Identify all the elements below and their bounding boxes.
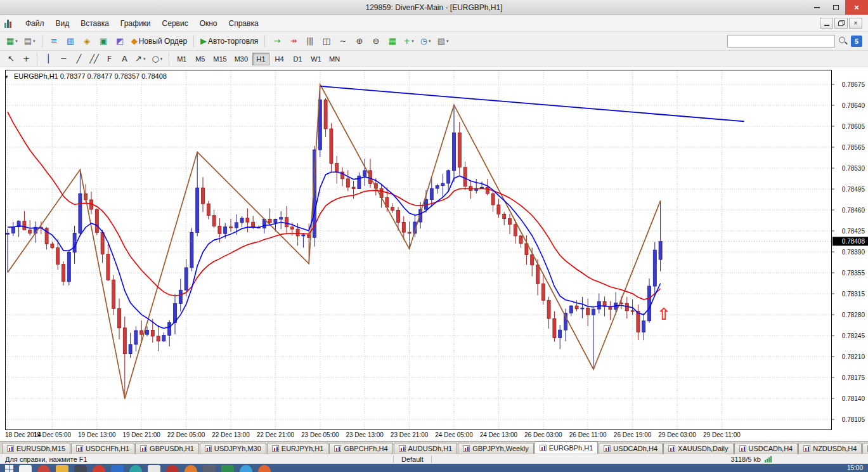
title-bar[interactable]: 129859: DivenFX-Main - [EURGBPh,H1] × (0, 0, 868, 15)
chart-tab-audnzdh-weekly[interactable]: AUDNZDh,Weekly (862, 443, 868, 454)
taskbar-app-icon[interactable] (111, 465, 124, 472)
periods-button[interactable]: ◷▾ (418, 34, 434, 49)
chart-tab-usdjpyh-m30[interactable]: USDJPYh,M30 (200, 443, 266, 454)
candlestick-mode-button[interactable]: ◫ (318, 34, 334, 49)
mdi-restore-button[interactable] (834, 18, 848, 29)
buy-arrow-annotation[interactable]: ⇧ (657, 305, 671, 324)
taskbar-app-icon[interactable] (203, 465, 216, 472)
menu-item-charts[interactable]: Графики (115, 16, 157, 30)
zoom-in-button[interactable]: ⊕ (351, 34, 366, 49)
taskbar-app-icon[interactable] (93, 465, 105, 472)
taskbar-app-icon[interactable] (258, 465, 271, 472)
status-profile[interactable]: Default (394, 456, 431, 463)
fibonacci-tool-button[interactable]: F (102, 52, 116, 66)
chart-tab-audusdh-h1[interactable]: AUDUSDh,H1 (394, 443, 458, 454)
auto-scroll-button[interactable]: → (269, 34, 284, 49)
chart-tab-gbpjpyh-weekly[interactable]: GBPJPYh,Weekly (458, 443, 533, 454)
menu-item-window[interactable]: Окно (194, 16, 223, 30)
taskbar-app-icon[interactable] (185, 465, 197, 472)
timeframe-button-m5[interactable]: M5 (191, 53, 209, 65)
chart-tab-eurgbph-h1[interactable]: EURGBPh,H1 (534, 442, 599, 454)
profiles-button[interactable]: ▤▾ (22, 34, 38, 49)
timeframe-button-w1[interactable]: W1 (308, 53, 325, 65)
crosshair-tool-button[interactable]: + (19, 52, 33, 66)
menu-item-file[interactable]: Файл (20, 16, 50, 30)
mdi-close-button[interactable]: × (849, 18, 862, 29)
autotrading-button[interactable]: ▶Авто-торговля (198, 34, 261, 49)
shapes-tool-button[interactable]: ○▾ (149, 52, 165, 66)
menu-item-help[interactable]: Справка (223, 16, 264, 30)
one-click-trading-toggle[interactable]: ▾ (5, 74, 8, 80)
arrows-tool-button[interactable]: ↗▾ (133, 52, 148, 66)
zoom-out-button[interactable]: ⊖ (368, 34, 383, 49)
timeframe-button-mn[interactable]: MN (326, 53, 343, 65)
new-chart-icon: ▦ (6, 37, 13, 45)
channel-tool-icon: ╱╱ (89, 55, 98, 63)
candle-body (268, 219, 271, 223)
line-chart-mode-button[interactable]: ~ (335, 34, 350, 49)
taskbar-app-icon[interactable] (240, 465, 252, 472)
chart-tab-xauusdh-daily[interactable]: XAUUSDh,Daily (663, 443, 733, 454)
candle-body (290, 227, 294, 229)
chart-tab-gbpchfh-h4[interactable]: GBPCHFh,H4 (329, 443, 392, 454)
maximize-button[interactable] (826, 0, 845, 15)
search-input[interactable] (727, 35, 835, 48)
navigator-button[interactable]: ◈ (79, 34, 94, 49)
indicators-button[interactable]: +▾ (401, 34, 416, 49)
taskbar-app-icon[interactable] (56, 465, 68, 472)
terminal-button[interactable]: ▣ (96, 34, 111, 49)
line-chart-mode-icon: ~ (339, 37, 346, 45)
taskbar-app-icon[interactable] (74, 465, 87, 472)
templates-button[interactable]: ▨▾ (435, 34, 451, 49)
timeframe-button-m30[interactable]: M30 (231, 53, 251, 65)
drawing-toolbar-buttons: ↖+│─╱╱╱FA↗▾○▾ (3, 52, 172, 66)
timeframe-button-d1[interactable]: D1 (289, 53, 306, 65)
timeframe-button-h1[interactable]: H1 (252, 53, 269, 65)
cursor-tool-button[interactable]: ↖ (4, 52, 18, 66)
tile-windows-button[interactable]: ▦ (384, 34, 399, 49)
time-axis-label: 24 Dec 05:00 (435, 431, 473, 438)
taskbar-app-icon[interactable] (129, 465, 142, 472)
horizontal-line-tool-button[interactable]: ─ (56, 52, 70, 66)
text-tool-button[interactable]: A (117, 52, 131, 66)
trendline-tool-button[interactable]: ╱ (72, 52, 86, 66)
chart-tab-nzdusdh-h4[interactable]: NZDUSDh,H4 (798, 443, 862, 454)
strategy-tester-button[interactable]: ◩ (112, 34, 127, 49)
market-watch-button[interactable]: ≡ (46, 34, 62, 49)
new-order-button[interactable]: ◆Новый Ордер (129, 34, 190, 49)
taskbar-app-icon[interactable] (221, 465, 234, 472)
candle-body (335, 163, 339, 172)
menu-item-insert[interactable]: Вставка (75, 16, 115, 30)
taskbar-app-icon[interactable] (37, 465, 50, 472)
taskbar-app-icon[interactable] (166, 465, 179, 472)
timeframe-button-m15[interactable]: M15 (210, 53, 230, 65)
close-button[interactable]: × (845, 0, 868, 15)
chart-tab-icon (463, 445, 470, 452)
chart-tab-usdchfh-h1[interactable]: USDCHFh,H1 (71, 443, 134, 454)
new-chart-button[interactable]: ▦▾ (4, 34, 20, 49)
bar-chart-mode-button[interactable]: ||| (302, 34, 317, 49)
chart-tab-usdcadh-h4[interactable]: USDCADh,H4 (734, 443, 798, 454)
search-icon[interactable] (838, 36, 848, 46)
channel-tool-button[interactable]: ╱╱ (87, 52, 101, 66)
timeframe-button-h4[interactable]: H4 (271, 53, 288, 65)
timeframe-button-m1[interactable]: M1 (173, 53, 190, 65)
mdi-minimize-button[interactable] (820, 18, 833, 29)
menu-item-view[interactable]: Вид (50, 16, 75, 30)
candle-body (330, 129, 333, 163)
taskbar-app-icon[interactable] (19, 465, 32, 472)
taskbar-app-icon[interactable] (148, 465, 160, 472)
vertical-line-tool-button[interactable]: │ (41, 52, 55, 66)
chart-tab-usdcadh-h4[interactable]: USDCADh,H4 (599, 443, 663, 454)
chart-tab-gbpusdh-h1[interactable]: GBPUSDh,H1 (135, 443, 199, 454)
chart-tab-label: USDJPYh,M30 (214, 445, 261, 452)
chart-tab-eurjpyh-h1[interactable]: EURJPYh,H1 (267, 443, 329, 454)
chart-tab-eurusdh-m15[interactable]: EURUSDh,M15 (2, 443, 70, 454)
minimize-button[interactable] (807, 0, 826, 15)
start-button[interactable] (5, 465, 13, 472)
price-chart[interactable]: ⇧0.786750.786400.786050.785650.785300.78… (0, 67, 868, 441)
menu-item-service[interactable]: Сервис (157, 16, 194, 30)
chart-shift-button[interactable]: ↠ (285, 34, 301, 49)
mql5-community-icon[interactable]: 5 (851, 36, 862, 47)
data-window-button[interactable]: ▥ (63, 34, 78, 49)
